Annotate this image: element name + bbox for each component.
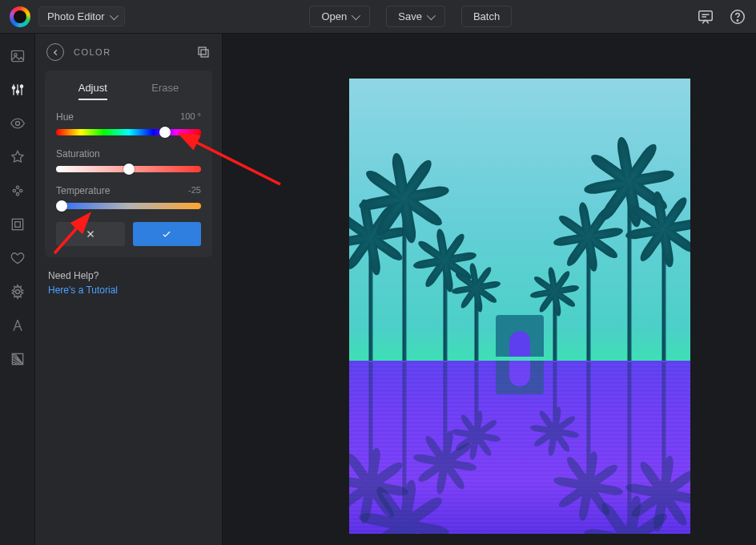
panel-title: COLOR [74, 47, 111, 57]
svg-point-6 [16, 91, 18, 93]
check-icon [159, 228, 174, 240]
app-logo-icon [10, 6, 30, 27]
svg-rect-13 [12, 219, 22, 229]
help-icon[interactable] [729, 8, 746, 26]
hue-label: Hue [56, 111, 74, 123]
help-question: Need Help? [48, 270, 209, 281]
text-tool-icon[interactable] [10, 317, 26, 333]
apply-button[interactable] [133, 222, 202, 246]
saturation-slider-thumb[interactable] [123, 164, 135, 175]
batch-label: Batch [473, 10, 500, 22]
tab-erase[interactable]: Erase [151, 82, 179, 100]
chevron-down-icon [352, 10, 360, 19]
saturation-slider[interactable] [56, 166, 201, 172]
svg-rect-18 [201, 50, 208, 57]
canvas-area [223, 34, 756, 545]
chevron-down-icon [427, 10, 436, 19]
texture-tool-icon[interactable] [10, 351, 26, 367]
arch-structure [496, 315, 544, 357]
color-panel: COLOR Adjust Erase Hue 100 ° Saturation … [35, 34, 223, 545]
hue-value: 100 ° [180, 111, 201, 123]
svg-point-8 [15, 122, 19, 126]
svg-point-11 [19, 189, 22, 192]
svg-point-12 [16, 193, 18, 196]
open-label: Open [321, 10, 347, 22]
svg-point-15 [15, 290, 19, 294]
svg-point-2 [737, 19, 738, 20]
adjust-tool-icon[interactable] [10, 82, 26, 98]
hue-slider-thumb[interactable] [159, 127, 171, 138]
open-button[interactable]: Open [309, 6, 370, 27]
temperature-slider[interactable] [56, 203, 201, 209]
tab-adjust[interactable]: Adjust [78, 82, 107, 100]
svg-rect-3 [11, 50, 23, 61]
save-button[interactable]: Save [386, 6, 445, 27]
batch-button[interactable]: Batch [461, 6, 512, 27]
saturation-label: Saturation [56, 148, 100, 159]
image-canvas[interactable] [349, 79, 690, 534]
svg-point-9 [13, 189, 15, 192]
frame-tool-icon[interactable] [10, 216, 26, 232]
chevron-down-icon [109, 10, 118, 19]
effects-tool-icon[interactable] [10, 183, 26, 199]
settings-tool-icon[interactable] [10, 284, 26, 300]
image-tool-icon[interactable] [10, 48, 26, 64]
tutorial-link[interactable]: Here's a Tutorial [48, 285, 209, 296]
adjust-card: Adjust Erase Hue 100 ° Saturation Temper… [45, 71, 212, 257]
feedback-icon[interactable] [697, 8, 714, 26]
cancel-button[interactable] [56, 222, 125, 246]
heart-tool-icon[interactable] [10, 250, 26, 266]
hue-slider[interactable] [56, 129, 201, 135]
app-switcher-dropdown[interactable]: Photo Editor [38, 6, 125, 26]
compare-icon[interactable] [196, 45, 211, 59]
top-bar: Photo Editor Open Save Batch [0, 0, 756, 34]
app-name-label: Photo Editor [47, 10, 105, 22]
svg-rect-17 [199, 47, 206, 54]
temperature-label: Temperature [56, 185, 110, 196]
visibility-tool-icon[interactable] [10, 115, 26, 131]
star-tool-icon[interactable] [10, 149, 26, 165]
save-label: Save [398, 10, 422, 22]
temperature-slider-thumb[interactable] [56, 200, 67, 212]
svg-point-7 [20, 85, 22, 87]
left-tool-rail [0, 34, 35, 545]
svg-point-5 [12, 87, 14, 89]
x-icon [83, 228, 98, 240]
help-section: Need Help? Here's a Tutorial [48, 270, 209, 296]
back-button[interactable] [46, 43, 64, 61]
svg-rect-0 [699, 10, 713, 20]
svg-point-10 [16, 186, 18, 188]
svg-rect-14 [14, 222, 20, 228]
temperature-value: -25 [188, 185, 201, 196]
